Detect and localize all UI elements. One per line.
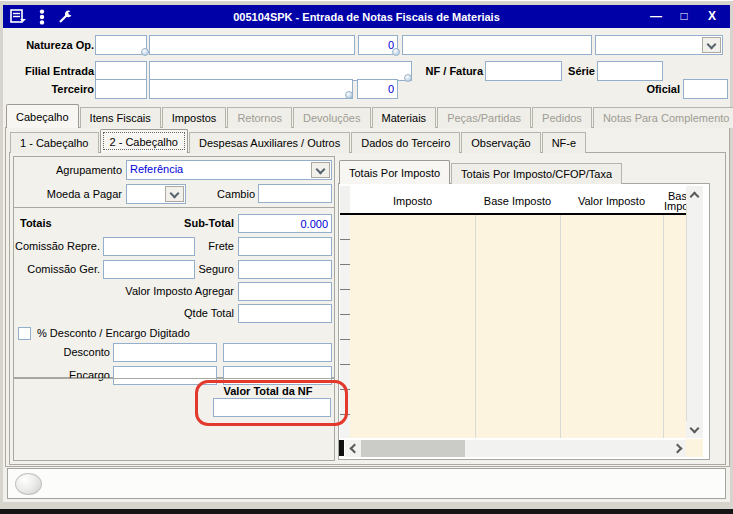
subtab-2-cabecalho[interactable]: 2 - Cabeçalho bbox=[100, 129, 189, 153]
valor-imposto-agregar-input[interactable] bbox=[238, 282, 332, 301]
agrupamento-value: Referência bbox=[130, 163, 311, 175]
minimize-button[interactable]: — bbox=[644, 7, 668, 26]
cambio-input[interactable] bbox=[258, 184, 332, 203]
grid-corner-fill bbox=[686, 439, 703, 457]
title-bar[interactable]: 005104SPK - Entrada de Notas Fiscais de … bbox=[3, 5, 730, 28]
wrench-icon[interactable] bbox=[57, 9, 73, 24]
tab-notas-complemento: Notas Para Complemento bbox=[593, 107, 733, 128]
moeda-a-pagar-label: Moeda a Pagar bbox=[20, 188, 122, 200]
window-title: 005104SPK - Entrada de Notas Fiscais de … bbox=[3, 11, 730, 23]
terceiro-label: Terceiro bbox=[8, 83, 94, 95]
valor-total-nf-label: Valor Total da NF bbox=[205, 385, 331, 397]
serie-label: Série bbox=[563, 65, 595, 77]
tab-pedidos: Pedidos bbox=[532, 107, 592, 128]
subtab-1-cabecalho[interactable]: 1 - Cabeçalho bbox=[10, 132, 99, 153]
natureza-op-code-input[interactable] bbox=[95, 35, 147, 55]
cambio-label: Cambio bbox=[195, 188, 255, 200]
comissao-repre-label: Comissão Repre. bbox=[8, 240, 100, 252]
scroll-right-icon[interactable] bbox=[670, 440, 686, 457]
tab-impostos[interactable]: Impostos bbox=[162, 107, 227, 128]
subtab-observacao[interactable]: Observação bbox=[461, 132, 540, 153]
close-button[interactable]: X bbox=[700, 7, 724, 26]
subtab-nfe[interactable]: NF-e bbox=[542, 132, 586, 153]
oficial-input[interactable] bbox=[683, 79, 728, 99]
filial-entrada-label: Filial Entrada bbox=[8, 65, 94, 77]
lookup-bubble-icon bbox=[141, 48, 149, 56]
subtab-despesas[interactable]: Despesas Auxiliares / Outros bbox=[189, 132, 350, 153]
app-window: 005104SPK - Entrada de Notas Fiscais de … bbox=[0, 0, 733, 514]
desconto-encargo-checkbox-label: % Desconto / Encargo Digitado bbox=[37, 327, 190, 339]
natureza-op-extra-input[interactable] bbox=[402, 35, 592, 55]
window-bottom-edge bbox=[0, 509, 733, 514]
traffic-light-icon[interactable] bbox=[37, 9, 47, 25]
chevron-down-icon[interactable] bbox=[702, 37, 721, 53]
grid-col-base-imposto[interactable]: Base Imposto bbox=[475, 186, 561, 215]
valor-total-nf-input[interactable] bbox=[213, 398, 331, 417]
tab-itens-fiscais[interactable]: Itens Fiscais bbox=[80, 107, 161, 128]
chevron-down-icon[interactable] bbox=[165, 186, 184, 202]
tab-totais-por-imposto-cfop[interactable]: Totais Por Imposto/CFOP/Taxa bbox=[451, 163, 622, 184]
moeda-combobox[interactable] bbox=[126, 184, 186, 204]
desconto-pct-input[interactable] bbox=[113, 343, 217, 362]
terceiro-desc-input[interactable] bbox=[149, 79, 353, 99]
seguro-label: Seguro bbox=[181, 263, 234, 275]
terceiro-code-input[interactable] bbox=[95, 79, 147, 99]
comissao-ger-label: Comissão Ger. bbox=[8, 263, 100, 275]
serie-input[interactable] bbox=[597, 61, 663, 81]
scroll-left-icon[interactable] bbox=[345, 440, 361, 457]
natureza-op-desc-input[interactable] bbox=[149, 35, 355, 55]
grid-current-row-marker bbox=[339, 440, 344, 456]
subtab-dados-terceiro[interactable]: Dados do Terceiro bbox=[351, 132, 460, 153]
filial-entrada-code-input[interactable] bbox=[95, 61, 147, 81]
header-combobox[interactable] bbox=[595, 35, 723, 55]
frete-label: Frete bbox=[181, 240, 234, 252]
desconto-label: Desconto bbox=[30, 346, 110, 358]
tab-pecas-partidas: Peças/Partidas bbox=[437, 107, 531, 128]
status-bar bbox=[7, 468, 726, 499]
nf-fatura-input[interactable] bbox=[485, 61, 562, 81]
natureza-op-label: Natureza Op. bbox=[8, 39, 94, 51]
filial-entrada-desc-input[interactable] bbox=[149, 61, 412, 81]
subtotal-label: Sub-Total bbox=[150, 217, 234, 229]
tab-materiais[interactable]: Materiais bbox=[372, 107, 437, 128]
grid-body[interactable] bbox=[350, 215, 686, 438]
seguro-input[interactable] bbox=[238, 260, 332, 279]
scroll-up-icon[interactable] bbox=[686, 186, 703, 203]
grid-col-imposto[interactable]: Imposto bbox=[350, 186, 476, 215]
status-indicator bbox=[15, 473, 42, 495]
hscrollbar-thumb[interactable] bbox=[361, 440, 465, 457]
qtde-total-input[interactable] bbox=[238, 304, 332, 323]
valor-imposto-agregar-label: Valor Imposto Agregar bbox=[90, 285, 234, 297]
tab-retornos: Retornos bbox=[227, 107, 292, 128]
tab-devolucoes: Devoluções bbox=[293, 107, 370, 128]
lookup-bubble-icon bbox=[392, 48, 400, 56]
agrupamento-label: Agrupamento bbox=[20, 164, 122, 176]
tab-totais-por-imposto[interactable]: Totais Por Imposto bbox=[339, 160, 450, 184]
oficial-label: Oficial bbox=[630, 83, 680, 95]
subtotal-input[interactable] bbox=[238, 214, 332, 233]
grid-col-base-impost-clipped[interactable]: Base Impost bbox=[663, 186, 687, 215]
lookup-bubble-icon bbox=[345, 91, 353, 99]
nf-fatura-label: NF / Fatura bbox=[415, 65, 483, 77]
chevron-down-icon[interactable] bbox=[311, 162, 330, 178]
agrupamento-combobox[interactable]: Referência bbox=[126, 160, 332, 180]
maximize-button[interactable]: □ bbox=[672, 7, 696, 26]
tab-cabecalho[interactable]: Cabeçalho bbox=[6, 104, 79, 128]
qtde-total-label: Qtde Total bbox=[90, 307, 234, 319]
terceiro-count-input[interactable] bbox=[357, 79, 398, 99]
lookup-bubble-icon bbox=[404, 74, 412, 82]
scroll-down-icon[interactable] bbox=[686, 421, 703, 438]
desconto-encargo-checkbox[interactable] bbox=[18, 327, 31, 340]
grid-col-valor-imposto[interactable]: Valor Imposto bbox=[560, 186, 664, 215]
grid-vscrollbar[interactable] bbox=[686, 186, 703, 438]
frete-input[interactable] bbox=[238, 237, 332, 256]
form-icon[interactable] bbox=[10, 9, 27, 24]
desconto-valor-input[interactable] bbox=[223, 343, 332, 362]
totais-label: Totais bbox=[20, 217, 52, 229]
